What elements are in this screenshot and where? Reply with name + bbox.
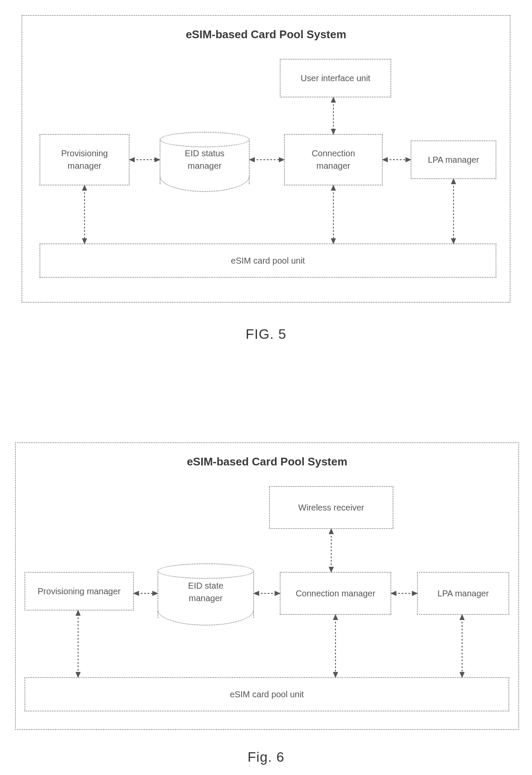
fig6-lpa-manager: LPA manager: [417, 572, 509, 615]
fig6-provisioning-manager: Provisioning manager: [24, 572, 134, 611]
fig5-provisioning-manager: Provisioning manager: [39, 134, 130, 185]
fig6-system-frame: eSIM-based Card Pool System Wireless rec…: [15, 442, 519, 730]
fig6-esim-card-pool-unit: eSIM card pool unit: [24, 677, 509, 711]
fig5-eid-status-manager-label: EID status manager: [160, 147, 250, 172]
fig6-wireless-receiver-label: Wireless receiver: [298, 501, 364, 514]
fig5-esim-card-pool-unit: eSIM card pool unit: [39, 243, 496, 278]
fig5-user-interface-unit-label: User interface unit: [301, 72, 370, 85]
fig5-esim-card-pool-unit-label: eSIM card pool unit: [231, 255, 305, 267]
fig5-system-frame: eSIM-based Card Pool System User interfa…: [21, 15, 511, 303]
fig5-provisioning-manager-label: Provisioning manager: [61, 147, 108, 172]
fig5-connection-manager-label: Connection manager: [311, 147, 355, 172]
fig5-connection-manager: Connection manager: [284, 134, 383, 185]
fig6-esim-card-pool-unit-label: eSIM card pool unit: [230, 688, 304, 701]
fig5-lpa-manager: LPA manager: [411, 140, 496, 179]
fig6-connection-manager-label: Connection manager: [296, 587, 375, 600]
fig6-eid-state-manager-label: EID state manager: [157, 580, 254, 605]
fig5-eid-status-manager: EID status manager: [160, 132, 250, 192]
fig6-system-title: eSIM-based Card Pool System: [16, 455, 518, 468]
fig5-caption: FIG. 5: [0, 326, 532, 342]
fig6-connection-manager: Connection manager: [280, 572, 391, 615]
fig5-lpa-manager-label: LPA manager: [428, 154, 479, 166]
page: eSIM-based Card Pool System User interfa…: [0, 0, 532, 775]
fig5-user-interface-unit: User interface unit: [280, 59, 391, 97]
fig5-system-title: eSIM-based Card Pool System: [22, 28, 510, 41]
fig6-eid-state-manager: EID state manager: [157, 563, 254, 626]
fig6-lpa-manager-label: LPA manager: [438, 587, 489, 600]
fig6-wireless-receiver: Wireless receiver: [269, 486, 393, 529]
fig6-caption: Fig. 6: [0, 749, 532, 765]
fig6-provisioning-manager-label: Provisioning manager: [38, 585, 121, 598]
